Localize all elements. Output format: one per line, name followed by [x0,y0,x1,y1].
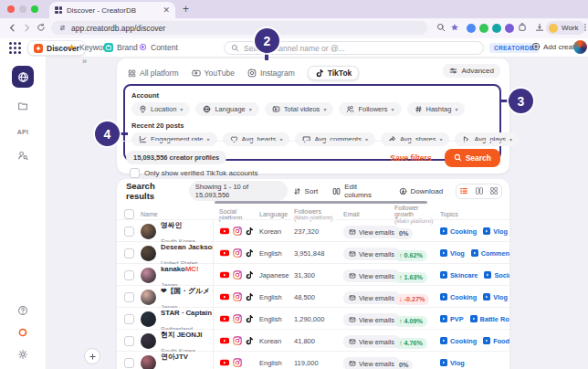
sidebar-item-settings[interactable] [12,343,34,365]
topic-tag[interactable]: Vlog [483,227,508,236]
instagram-icon[interactable] [233,358,242,367]
table-row[interactable]: 영싸인 South Korea Korean 237,320 View emai… [117,219,509,241]
sidebar-item-discover[interactable] [12,66,34,88]
youtube-icon[interactable] [219,248,230,258]
youtube-icon[interactable] [219,227,230,236]
collapse-panel-icon[interactable]: » [82,57,87,66]
reload-icon[interactable] [37,23,46,32]
creator-name-cell[interactable]: 연아JTV South Korea [141,352,214,369]
tiktok-icon[interactable] [245,227,254,236]
creator-name-cell[interactable]: Desean Jackson United States [141,242,214,264]
topic-tag[interactable]: Vlog [483,293,508,301]
table-row[interactable]: STAR ⋅ Captain Switzerland English 1,290… [117,307,509,329]
grid-view-icon[interactable] [487,184,501,198]
platform-tab-youtube[interactable]: YouTube [192,69,235,78]
nav-tab-content[interactable]: Content [139,40,178,54]
select-all-checkbox[interactable] [124,209,134,219]
table-row[interactable]: kanakoMC! Japan Japanese 31,300 View ema… [117,263,509,285]
filter-chip-hashtag[interactable]: Hashtag ▾ [407,102,466,116]
topic-tag[interactable]: PVP [440,315,464,323]
row-checkbox[interactable] [124,314,134,324]
browser-profile-chip[interactable]: Work [546,21,585,35]
creator-name-cell[interactable]: 영싸인 South Korea [141,220,214,242]
table-row[interactable]: 현지 JEONJI South Korea Korean 41,800 View… [117,329,509,351]
zoom-page-icon[interactable] [436,23,446,32]
instagram-icon[interactable] [233,336,242,345]
app-launcher-icon[interactable] [9,42,21,54]
browser-tab[interactable]: Discover - CreatorDB ✕ [49,2,175,18]
window-controls[interactable] [7,5,38,13]
youtube-icon[interactable] [219,270,230,279]
bookmark-star-icon[interactable] [450,23,459,32]
topic-tag[interactable]: Cooking [440,293,477,301]
download-tray-icon[interactable] [535,23,544,32]
filter-chip-language[interactable]: Language ▾ [195,102,258,116]
creator-name-cell[interactable]: STAR ⋅ Captain Switzerland [141,308,214,330]
topic-tag[interactable]: Food [483,337,509,345]
extension-icon[interactable] [505,24,514,33]
youtube-icon[interactable] [219,358,230,367]
nav-tab-brand[interactable]: Brand [104,40,138,54]
sidebar-item-folders[interactable] [12,95,34,117]
row-checkbox[interactable] [124,270,134,280]
sidebar-item-api[interactable]: API [12,121,34,142]
sidebar-item-community[interactable] [12,322,34,343]
save-filters-link[interactable]: Save filters [390,153,431,163]
topic-tag[interactable]: Social Media [484,271,509,279]
instagram-icon[interactable] [233,314,242,323]
sidebar-item-help[interactable] [12,300,34,322]
sort-button[interactable]: Sort [293,187,319,195]
platform-tab-tiktok[interactable]: TikTok [308,66,360,80]
browser-menu-icon[interactable] [581,23,588,32]
filter-chip-total-videos[interactable]: Total videos ▾ [265,102,334,116]
row-checkbox[interactable] [124,292,134,302]
row-checkbox[interactable] [124,227,134,237]
column-view-icon[interactable] [471,184,486,198]
sidebar-item-creator-search[interactable] [12,144,34,166]
add-panel-button[interactable] [84,348,100,364]
table-row[interactable]: ❤【国・グルメ・... Japan English 48,500 View em… [117,285,509,307]
tiktok-icon[interactable] [245,248,254,258]
minimize-window-icon[interactable] [19,5,26,13]
user-avatar[interactable] [573,40,587,54]
close-window-icon[interactable] [7,5,15,13]
horizontal-scrollbar[interactable] [215,201,427,204]
table-row[interactable]: Desean Jackson United States English 3,9… [117,241,509,263]
search-button[interactable]: Search [445,149,500,167]
topic-tag[interactable]: Vlog [440,249,465,258]
row-checkbox[interactable] [124,248,134,258]
topic-tag[interactable]: Battle Royale [470,315,509,323]
tiktok-icon[interactable] [245,292,254,301]
advanced-filters-button[interactable]: Advanced [443,64,500,78]
row-checkbox[interactable] [124,336,134,346]
filter-chip-location[interactable]: Location ▾ [131,102,190,116]
table-row[interactable]: 연아JTV South Korea English 119,000 View e… [117,351,509,369]
url-bar[interactable]: app.creatordb.app/discover [51,21,427,35]
extension-icon[interactable] [492,24,501,33]
site-info-icon[interactable] [58,24,67,32]
topic-tag[interactable]: Vlog [440,359,465,367]
youtube-icon[interactable] [219,336,230,345]
row-checkbox[interactable] [124,358,134,368]
instagram-icon[interactable] [233,292,242,301]
topic-tag[interactable]: Cooking [440,227,477,236]
topic-tag[interactable]: Cooking [440,337,477,345]
platform-tab-all-platform[interactable]: All platform [128,69,179,78]
list-view-icon[interactable] [457,184,471,198]
edit-columns-button[interactable]: Edit columns [332,183,383,199]
maximize-window-icon[interactable] [31,5,38,13]
creator-name-cell[interactable]: ❤【国・グルメ・... Japan [141,286,214,308]
platform-tab-instagram[interactable]: Instagram [247,69,295,78]
instagram-icon[interactable] [233,248,242,258]
download-button[interactable]: Download [399,187,444,195]
back-icon[interactable] [7,23,17,33]
forward-icon[interactable] [22,23,32,33]
new-tab-button[interactable]: + [183,3,189,16]
creator-name-cell[interactable]: 현지 JEONJI South Korea [141,330,214,352]
tiktok-icon[interactable] [245,270,254,279]
tab-close-icon[interactable]: ✕ [163,5,170,15]
extension-icon[interactable] [467,24,476,33]
topic-tag[interactable]: Commentary [471,249,509,258]
youtube-icon[interactable] [219,314,230,323]
tiktok-icon[interactable] [245,336,254,345]
